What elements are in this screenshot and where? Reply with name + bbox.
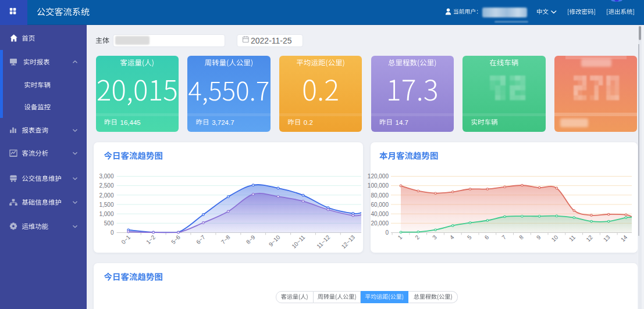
svg-text:14: 14: [620, 233, 629, 243]
svg-text:9~10: 9~10: [268, 233, 282, 247]
svg-text:0: 0: [385, 229, 389, 236]
svg-text:3: 3: [431, 233, 438, 240]
svg-text:5: 5: [466, 233, 473, 240]
svg-text:11~12: 11~12: [315, 233, 331, 249]
svg-text:1: 1: [397, 233, 404, 240]
svg-text:3,724.7: 3,724.7: [212, 119, 234, 126]
svg-text:4: 4: [449, 233, 456, 240]
svg-text:8~9: 8~9: [245, 233, 257, 245]
svg-text:120,000: 120,000: [368, 173, 389, 179]
svg-text:6~7: 6~7: [195, 233, 207, 245]
svg-text:0.2: 0.2: [304, 119, 313, 126]
svg-text:11: 11: [568, 233, 577, 242]
svg-text:3,000: 3,000: [99, 173, 113, 179]
svg-text:7: 7: [500, 233, 507, 240]
svg-text:1,000: 1,000: [99, 211, 113, 217]
svg-text:20,000: 20,000: [371, 220, 389, 227]
svg-text:14.7: 14.7: [396, 119, 408, 126]
svg-text:10~11: 10~11: [290, 233, 306, 249]
svg-text:12: 12: [585, 233, 594, 243]
svg-text:7~8: 7~8: [220, 233, 232, 245]
svg-text:0~1: 0~1: [120, 233, 131, 245]
svg-text:40,000: 40,000: [371, 211, 389, 217]
svg-text:9: 9: [535, 233, 542, 240]
svg-text:2,000: 2,000: [99, 192, 113, 199]
svg-text:12~13: 12~13: [340, 233, 357, 250]
svg-text:13: 13: [602, 233, 611, 243]
svg-text:80,000: 80,000: [371, 192, 389, 199]
svg-text:500: 500: [104, 220, 114, 227]
svg-text:1,500: 1,500: [99, 202, 113, 208]
svg-text:8: 8: [518, 233, 525, 240]
svg-text:10: 10: [550, 233, 560, 243]
svg-text:5~6: 5~6: [170, 233, 182, 245]
svg-text:1~2: 1~2: [145, 233, 156, 245]
svg-text:2,500: 2,500: [99, 182, 113, 189]
svg-text:6: 6: [483, 233, 490, 240]
svg-text:60,000: 60,000: [371, 202, 389, 208]
svg-text:16,445: 16,445: [120, 119, 141, 126]
svg-text:0: 0: [111, 229, 114, 236]
svg-text:2: 2: [414, 233, 421, 240]
svg-text:100,000: 100,000: [368, 182, 389, 189]
